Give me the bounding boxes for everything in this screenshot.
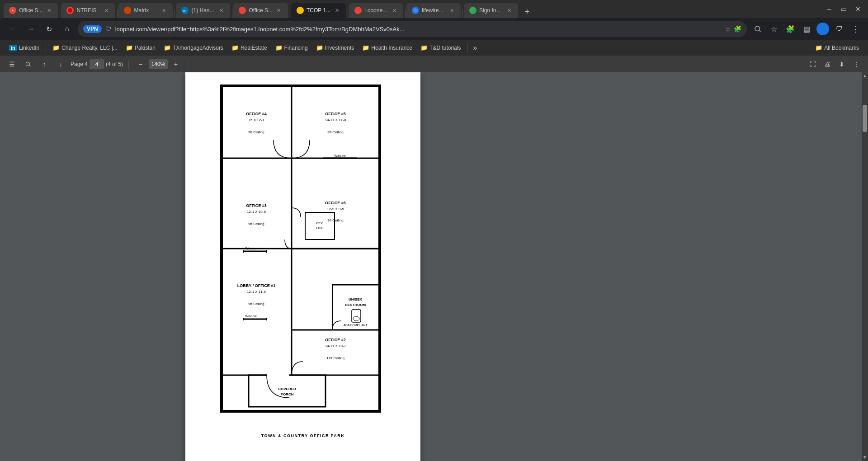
tab-favicon-4: in xyxy=(181,7,189,14)
tab-close-1[interactable]: ✕ xyxy=(45,7,52,14)
svg-text:PORCH: PORCH xyxy=(281,392,294,396)
scroll-up-arrow[interactable]: ▲ xyxy=(863,73,867,78)
bookmark-health-insurance[interactable]: 📁 Health Insurance xyxy=(359,42,416,53)
scrollbar[interactable]: ▲ ▼ xyxy=(862,72,868,461)
tab-loopnet[interactable]: Loopne... ✕ xyxy=(349,3,403,18)
maximize-button[interactable]: ▭ xyxy=(837,3,850,15)
bookmark-pakistan[interactable]: 📁 Pakistan xyxy=(122,42,159,53)
svg-point-5 xyxy=(240,8,245,13)
bookmark-investments[interactable]: 📁 Investments xyxy=(312,42,358,53)
pdf-page: Window Window Window OFFICE #4 15 X 12-1… xyxy=(185,72,420,461)
pdf-page-input[interactable] xyxy=(90,59,104,69)
svg-text:in: in xyxy=(183,9,186,12)
folder-icon-1: 📁 xyxy=(52,44,60,51)
tab-close-5[interactable]: ✕ xyxy=(275,7,283,14)
pdf-sep-1 xyxy=(128,60,129,69)
tab-sep-8 xyxy=(462,9,463,18)
svg-text:9ft Ceiling: 9ft Ceiling xyxy=(327,130,344,134)
pdf-next-page[interactable]: ↓ xyxy=(54,58,67,71)
tab-lifewire[interactable]: lifewire... ✕ xyxy=(406,3,461,18)
pdf-present[interactable]: ⛶ xyxy=(807,58,819,71)
profile-avatar: 👤 xyxy=(816,23,829,35)
bookmark-td-tutorials[interactable]: 📁 T&D tutorials xyxy=(417,42,464,53)
folder-icon-6: 📁 xyxy=(316,44,323,51)
pdf-page-total: (4 of 5) xyxy=(106,61,123,67)
pdf-zoom-input[interactable] xyxy=(149,59,168,69)
tab-signin[interactable]: Sign In... ✕ xyxy=(464,3,518,18)
bookmark-td-tutorials-label: T&D tutorials xyxy=(429,45,461,51)
svg-text:9ft Ceiling: 9ft Ceiling xyxy=(248,302,264,306)
folder-icon-3: 📁 xyxy=(164,44,171,51)
profile-icon[interactable]: 👤 xyxy=(816,22,830,36)
pdf-save[interactable]: ⬇ xyxy=(835,58,848,71)
tab-close-8[interactable]: ✕ xyxy=(448,7,455,14)
bookmark-realestate[interactable]: 📁 RealEstate xyxy=(228,42,271,53)
svg-text:9ft Ceiling: 9ft Ceiling xyxy=(327,218,344,222)
bookmark-all-bookmarks[interactable]: 📁 All Bookmarks xyxy=(811,42,863,53)
scroll-down-arrow[interactable]: ▼ xyxy=(863,455,867,459)
left-gray-area xyxy=(0,72,185,461)
tab-tcop[interactable]: TCOP 1... ✕ xyxy=(291,3,346,18)
tab-office-s-1[interactable]: Office S... ✕ xyxy=(4,3,58,18)
bookmark-star-icon[interactable]: ☆ xyxy=(725,25,731,33)
tab-label-7: Loopne... xyxy=(364,7,388,14)
pdf-print[interactable]: 🖨 xyxy=(821,58,834,71)
pdf-search[interactable] xyxy=(22,58,34,71)
close-button[interactable]: ✕ xyxy=(852,3,864,15)
forward-button[interactable]: → xyxy=(24,22,38,36)
svg-text:ADA COMPLIANT: ADA COMPLIANT xyxy=(344,324,368,327)
svg-point-9 xyxy=(471,8,475,13)
tab-close-3[interactable]: ✕ xyxy=(160,7,167,14)
bookmark-change-realty[interactable]: 📁 Change Realty, LLC |... xyxy=(49,42,121,53)
tab-close-4[interactable]: ✕ xyxy=(217,7,225,14)
bookmark-linkedin[interactable]: in LinkedIn xyxy=(5,43,43,53)
tab-sep-7 xyxy=(405,9,406,18)
tab-linkedin[interactable]: in (1) Han... ✕ xyxy=(176,3,230,18)
pdf-zoom-in[interactable]: + xyxy=(170,58,182,71)
star-icon[interactable]: ☆ xyxy=(767,22,781,36)
address-bar[interactable]: VPN 🛡 loopnet.com/viewer/pdf?file=https%… xyxy=(78,21,747,37)
tab-ntreis[interactable]: NTREIS ✕ xyxy=(61,3,115,18)
tab-matrix[interactable]: Matrix ✕ xyxy=(118,3,173,18)
tab-sep-2 xyxy=(117,9,118,18)
bookmarks-overflow-button[interactable]: » xyxy=(470,42,480,54)
folder-icon-4: 📁 xyxy=(231,44,239,51)
reload-button[interactable]: ↻ xyxy=(42,22,56,36)
svg-point-6 xyxy=(298,8,302,13)
new-tab-button[interactable]: + xyxy=(521,5,533,18)
puzzle-icon[interactable]: 🧩 xyxy=(783,22,797,36)
extensions-icon[interactable]: 🧩 xyxy=(734,25,741,33)
bookmark-linkedin-label: LinkedIn xyxy=(19,45,39,51)
shield-security-icon[interactable]: 🛡 xyxy=(832,22,846,36)
tab-favicon-9 xyxy=(469,7,476,14)
pdf-more[interactable]: ⋮ xyxy=(850,58,863,71)
tab-close-7[interactable]: ✕ xyxy=(391,7,398,14)
bookmark-all-label: All Bookmarks xyxy=(824,45,859,51)
tab-close-9[interactable]: ✕ xyxy=(505,7,513,14)
svg-text:9ft Ceiling: 9ft Ceiling xyxy=(248,222,264,226)
tab-favicon-3 xyxy=(124,7,131,14)
folder-icon-all: 📁 xyxy=(815,44,822,51)
home-button[interactable]: ⌂ xyxy=(60,22,74,36)
more-menu-button[interactable]: ⋮ xyxy=(848,22,863,36)
sidebar-toggle[interactable]: ▤ xyxy=(799,22,814,36)
pdf-prev-page[interactable]: ↑ xyxy=(38,58,51,71)
tab-close-2[interactable]: ✕ xyxy=(103,7,110,14)
bookmark-financing[interactable]: 📁 Financing xyxy=(272,42,311,53)
minimize-button[interactable]: ─ xyxy=(823,3,835,15)
bookmark-health-insurance-label: Health Insurance xyxy=(371,45,412,51)
pdf-toggle-sidebar[interactable]: ☰ xyxy=(5,58,18,71)
pdf-zoom-out[interactable]: − xyxy=(134,58,147,71)
tab-office-s-2[interactable]: Office S... ✕ xyxy=(233,3,288,18)
tab-label-1: Office S... xyxy=(19,7,42,14)
search-labs-icon[interactable] xyxy=(750,22,765,36)
bookmark-txmortgage[interactable]: 📁 TXmortgageAdvisors xyxy=(160,42,227,53)
back-button[interactable]: ← xyxy=(5,22,20,36)
scroll-thumb[interactable] xyxy=(863,105,867,132)
tab-close-6[interactable]: ✕ xyxy=(333,7,340,14)
svg-text:12-1 X 10-8: 12-1 X 10-8 xyxy=(247,210,266,214)
svg-text:OFFICE #6: OFFICE #6 xyxy=(325,201,346,205)
shield-icon: 🛡 xyxy=(105,25,112,33)
svg-text:STAIR: STAIR xyxy=(316,226,324,229)
svg-text:COVERED: COVERED xyxy=(278,387,296,391)
